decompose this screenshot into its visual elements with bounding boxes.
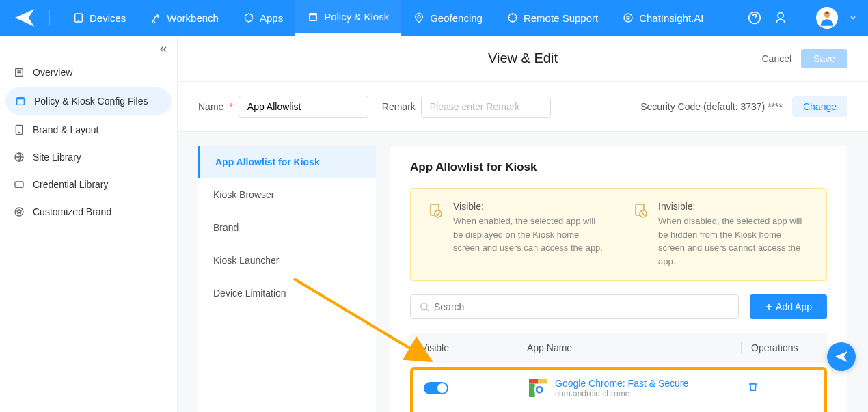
invisible-icon bbox=[632, 202, 649, 268]
main: View & Edit Cancel Save Name * Remark Se… bbox=[178, 36, 868, 412]
invisible-title: Invisible: bbox=[658, 201, 810, 212]
nav-label: ChatInsight.AI bbox=[639, 12, 703, 24]
svg-point-5 bbox=[627, 16, 629, 19]
svg-rect-29 bbox=[529, 379, 538, 384]
name-label: Name bbox=[198, 101, 223, 112]
delete-button[interactable] bbox=[748, 381, 759, 395]
security-code-label: Security Code (default: 3737) **** bbox=[640, 101, 783, 112]
tab-device-limitation[interactable]: Device Limitation bbox=[198, 277, 376, 310]
sidebar-credential-library[interactable]: Credential Library bbox=[0, 171, 177, 198]
sidebar: Overview Policy & Kiosk Config Files Bra… bbox=[0, 36, 178, 412]
table-row: Slack com.Slack bbox=[413, 407, 824, 412]
nav-label: Remote Support bbox=[524, 12, 598, 24]
nav-policy-kiosk[interactable]: Policy & Kiosk bbox=[295, 0, 401, 36]
remark-label: Remark bbox=[382, 101, 416, 112]
info-box: Visible: When enabled, the selected app … bbox=[410, 188, 827, 281]
svg-rect-9 bbox=[826, 12, 829, 14]
nav-label: Apps bbox=[260, 12, 283, 24]
highlight-annotation: Google Chrome: Fast & Secure com.android… bbox=[410, 367, 827, 412]
tab-brand[interactable]: Brand bbox=[198, 211, 376, 244]
table-header: Visible App Name Operations bbox=[410, 333, 827, 363]
search-input[interactable] bbox=[430, 295, 730, 318]
nav-workbench[interactable]: Workbench bbox=[138, 0, 231, 36]
search-icon bbox=[419, 301, 430, 312]
name-input[interactable] bbox=[239, 96, 368, 118]
col-visible: Visible bbox=[421, 342, 517, 353]
svg-point-4 bbox=[624, 14, 632, 22]
search-box[interactable] bbox=[410, 294, 739, 319]
chevron-down-icon[interactable] bbox=[849, 14, 857, 22]
svg-point-14 bbox=[18, 132, 19, 133]
col-name: App Name bbox=[517, 342, 741, 353]
page-title: View & Edit bbox=[488, 51, 558, 66]
fab-button[interactable] bbox=[827, 342, 856, 371]
avatar[interactable] bbox=[816, 7, 838, 29]
nav-items: Devices Workbench Apps Policy & Kiosk Ge… bbox=[61, 0, 747, 36]
main-header: View & Edit Cancel Save bbox=[178, 36, 868, 82]
svg-rect-30 bbox=[538, 379, 547, 384]
visibility-toggle[interactable] bbox=[424, 382, 448, 394]
svg-rect-31 bbox=[529, 384, 535, 398]
sidebar-brand-layout[interactable]: Brand & Layout bbox=[0, 116, 177, 143]
svg-line-25 bbox=[426, 309, 429, 311]
sidebar-config-files[interactable]: Policy & Kiosk Config Files bbox=[5, 87, 172, 115]
form-row: Name * Remark Security Code (default: 37… bbox=[178, 82, 868, 132]
nav-label: Policy & Kiosk bbox=[324, 11, 389, 23]
tab-app-allowlist[interactable]: App Allowlist for Kiosk bbox=[198, 146, 376, 178]
nav-devices[interactable]: Devices bbox=[61, 0, 138, 36]
nav-geofencing[interactable]: Geofencing bbox=[401, 0, 495, 36]
collapse-button[interactable] bbox=[158, 44, 169, 57]
table-row: Google Chrome: Fast & Secure com.android… bbox=[413, 370, 824, 407]
top-nav: Devices Workbench Apps Policy & Kiosk Ge… bbox=[0, 0, 868, 36]
nav-chatinsight[interactable]: ChatInsight.AI bbox=[610, 0, 716, 36]
svg-point-2 bbox=[418, 16, 420, 18]
nav-label: Devices bbox=[90, 12, 126, 24]
svg-rect-16 bbox=[15, 182, 23, 187]
tab-kiosk-browser[interactable]: Kiosk Browser bbox=[198, 178, 376, 211]
sidebar-label: Overview bbox=[33, 67, 72, 78]
help-icon[interactable] bbox=[747, 10, 762, 25]
svg-point-20 bbox=[435, 210, 442, 217]
app-name[interactable]: Google Chrome: Fast & Secure bbox=[555, 378, 688, 389]
sidebar-label: Policy & Kiosk Config Files bbox=[34, 96, 148, 107]
required-mark: * bbox=[229, 101, 232, 112]
svg-point-7 bbox=[778, 13, 783, 18]
chrome-icon bbox=[529, 379, 547, 397]
visible-desc: When enabled, the selected app will be d… bbox=[453, 216, 603, 253]
sidebar-overview[interactable]: Overview bbox=[0, 59, 177, 86]
divider bbox=[802, 10, 802, 26]
svg-point-24 bbox=[421, 303, 427, 310]
sidebar-label: Site Library bbox=[33, 152, 81, 163]
nav-remote-support[interactable]: Remote Support bbox=[495, 0, 610, 36]
logo[interactable] bbox=[11, 4, 38, 31]
visible-title: Visible: bbox=[453, 201, 605, 212]
nav-right bbox=[747, 7, 857, 29]
change-button[interactable]: Change bbox=[792, 96, 847, 117]
nav-label: Geofencing bbox=[430, 12, 483, 24]
right-panel: App Allowlist for Kiosk Visible: When en… bbox=[390, 146, 847, 412]
tab-kiosk-launcher[interactable]: Kiosk Launcher bbox=[198, 244, 376, 277]
sidebar-label: Credential Library bbox=[33, 179, 109, 190]
plus-icon bbox=[765, 303, 773, 311]
save-button[interactable]: Save bbox=[801, 49, 847, 68]
sidebar-site-library[interactable]: Site Library bbox=[0, 143, 177, 171]
nav-label: Workbench bbox=[167, 12, 219, 24]
sidebar-customized-brand[interactable]: Customized Brand bbox=[0, 198, 177, 225]
add-app-button[interactable]: Add App bbox=[750, 294, 827, 319]
visible-icon bbox=[427, 202, 444, 268]
panel-title: App Allowlist for Kiosk bbox=[410, 161, 827, 174]
nav-apps[interactable]: Apps bbox=[231, 0, 295, 36]
invisible-desc: When disabled, the selected app will be … bbox=[658, 216, 802, 266]
notification-icon[interactable] bbox=[773, 10, 788, 25]
col-ops: Operations bbox=[741, 342, 816, 353]
cancel-button[interactable]: Cancel bbox=[761, 53, 791, 64]
remark-input[interactable] bbox=[421, 96, 551, 118]
sidebar-label: Customized Brand bbox=[33, 206, 111, 217]
app-package: com.android.chrome bbox=[555, 389, 688, 398]
svg-point-34 bbox=[537, 387, 541, 391]
divider bbox=[49, 10, 50, 26]
left-panel: App Allowlist for Kiosk Kiosk Browser Br… bbox=[198, 146, 376, 412]
sidebar-label: Brand & Layout bbox=[33, 124, 99, 135]
